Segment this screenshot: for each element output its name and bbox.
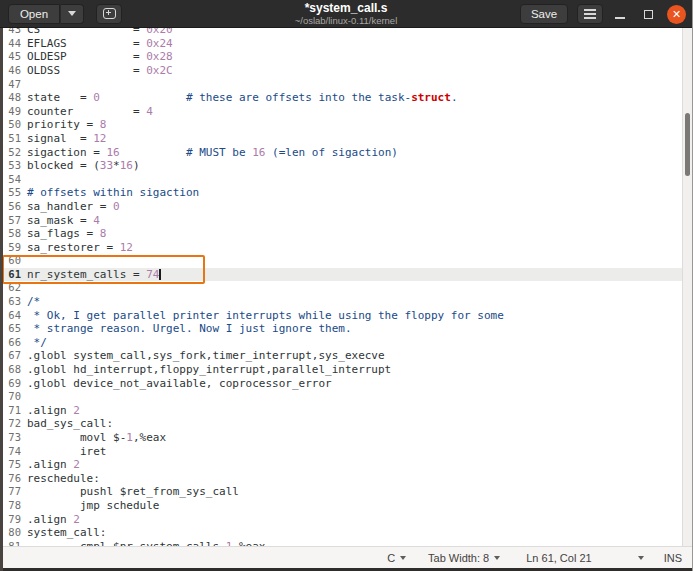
code-line[interactable]: 60 [0, 254, 682, 268]
line-number: 47 [0, 78, 21, 92]
cursor-position-label: Ln 61, Col 21 [526, 552, 591, 564]
code-text: counter = 4 [27, 105, 682, 119]
code-text: signal = 12 [27, 132, 682, 146]
line-number: 54 [0, 173, 21, 187]
code-text: priority = 8 [27, 118, 682, 132]
code-line[interactable]: 78 jmp schedule [0, 499, 682, 513]
code-text: * strange reason. Urgel. Now I just igno… [27, 322, 682, 336]
code-line[interactable]: 54 [0, 173, 682, 187]
close-icon: ✕ [672, 9, 681, 20]
line-number: 53 [0, 159, 21, 173]
goto-line-dropdown[interactable] [638, 556, 644, 560]
line-number: 44 [0, 37, 21, 51]
open-button[interactable]: Open [8, 4, 60, 24]
line-number: 66 [0, 336, 21, 350]
code-line[interactable]: 58sa_flags = 8 [0, 227, 682, 241]
code-text: iret [27, 445, 682, 459]
code-text: CS = 0x20 [27, 28, 682, 37]
code-line[interactable]: 72bad_sys_call: [0, 417, 682, 431]
code-line[interactable]: 44EFLAGS = 0x24 [0, 37, 682, 51]
vertical-scrollbar[interactable] [682, 28, 692, 546]
scrollbar-thumb[interactable] [685, 113, 690, 176]
code-line[interactable]: 73 movl $-1,%eax [0, 431, 682, 445]
new-document-icon [103, 8, 116, 19]
code-line[interactable]: 46OLDSS = 0x2C [0, 64, 682, 78]
code-line[interactable]: 55# offsets within sigaction [0, 186, 682, 200]
minimize-button[interactable] [609, 3, 631, 25]
code-line[interactable]: 61nr_system_calls = 74 [0, 268, 682, 282]
code-line[interactable]: 57sa_mask = 4 [0, 214, 682, 228]
chevron-down-icon [638, 556, 644, 560]
code-text: nr_system_calls = 74 [27, 268, 682, 282]
line-number: 74 [0, 445, 21, 459]
code-line[interactable]: 68.globl hd_interrupt,floppy_interrupt,p… [0, 363, 682, 377]
line-number: 77 [0, 485, 21, 499]
code-line[interactable]: 67.globl system_call,sys_fork,timer_inte… [0, 349, 682, 363]
code-line[interactable]: 66 */ [0, 336, 682, 350]
code-line[interactable]: 45OLDESP = 0x28 [0, 50, 682, 64]
code-line[interactable]: 75.align 2 [0, 458, 682, 472]
new-document-button[interactable] [96, 4, 122, 24]
code-text [27, 173, 682, 187]
code-line[interactable]: 53blocked = (33*16) [0, 159, 682, 173]
code-line[interactable]: 74 iret [0, 445, 682, 459]
code-text: OLDSS = 0x2C [27, 64, 682, 78]
code-line[interactable]: 43CS = 0x20 [0, 28, 682, 37]
code-text: OLDESP = 0x28 [27, 50, 682, 64]
line-number: 70 [0, 390, 21, 404]
code-text: reschedule: [27, 472, 682, 486]
text-caret [159, 269, 160, 280]
code-line[interactable]: 51signal = 12 [0, 132, 682, 146]
code-line[interactable]: 49counter = 4 [0, 105, 682, 119]
code-text: */ [27, 336, 682, 350]
line-number: 67 [0, 349, 21, 363]
header-bar: Open *system_call.s ~/oslab/linux-0.11/k… [0, 0, 692, 28]
code-line[interactable]: 63/* [0, 295, 682, 309]
hamburger-menu-button[interactable] [577, 4, 603, 24]
line-number: 80 [0, 526, 21, 540]
line-number: 51 [0, 132, 21, 146]
code-line[interactable]: 62 [0, 281, 682, 295]
code-line[interactable]: 77 pushl $ret_from_sys_call [0, 485, 682, 499]
line-number: 56 [0, 200, 21, 214]
insert-mode-indicator[interactable]: INS [664, 552, 682, 564]
code-line[interactable]: 71.align 2 [0, 404, 682, 418]
window-left-edge [0, 28, 3, 571]
code-line[interactable]: 80system_call: [0, 526, 682, 540]
open-dropdown-button[interactable] [60, 4, 84, 24]
maximize-button[interactable] [637, 3, 659, 25]
code-text: .globl system_call,sys_fork,timer_interr… [27, 349, 682, 363]
line-number: 76 [0, 472, 21, 486]
close-button[interactable]: ✕ [667, 5, 686, 24]
line-number: 69 [0, 377, 21, 391]
code-line[interactable]: 48state = 0 # these are offsets into the… [0, 91, 682, 105]
line-number: 60 [0, 254, 21, 268]
line-number: 79 [0, 513, 21, 527]
code-line[interactable]: 56sa_handler = 0 [0, 200, 682, 214]
line-number: 72 [0, 417, 21, 431]
line-number: 63 [0, 295, 21, 309]
code-line[interactable]: 52sigaction = 16 # MUST be 16 (=len of s… [0, 146, 682, 160]
status-bar: C Tab Width: 8 Ln 61, Col 21 INS [0, 546, 692, 568]
tab-width-selector[interactable]: Tab Width: 8 [428, 552, 500, 564]
code-line[interactable]: 59sa_restorer = 12 [0, 241, 682, 255]
code-text [27, 281, 682, 295]
maximize-icon [644, 10, 653, 19]
code-text [27, 390, 682, 404]
text-editor-area[interactable]: 43CS = 0x2044EFLAGS = 0x2445OLDESP = 0x2… [0, 28, 692, 546]
code-line[interactable]: 50priority = 8 [0, 118, 682, 132]
line-number: 71 [0, 404, 21, 418]
code-line[interactable]: 79.align 2 [0, 513, 682, 527]
code-line[interactable]: 64 * Ok, I get parallel printer interrup… [0, 309, 682, 323]
line-number: 62 [0, 281, 21, 295]
language-selector[interactable]: C [387, 552, 406, 564]
code-text: blocked = (33*16) [27, 159, 682, 173]
save-button[interactable]: Save [520, 4, 568, 24]
code-line[interactable]: 65 * strange reason. Urgel. Now I just i… [0, 322, 682, 336]
line-number: 68 [0, 363, 21, 377]
code-line[interactable]: 69.globl device_not_available, coprocess… [0, 377, 682, 391]
code-line[interactable]: 70 [0, 390, 682, 404]
code-line[interactable]: 76reschedule: [0, 472, 682, 486]
code-line[interactable]: 47 [0, 78, 682, 92]
code-text [27, 254, 682, 268]
